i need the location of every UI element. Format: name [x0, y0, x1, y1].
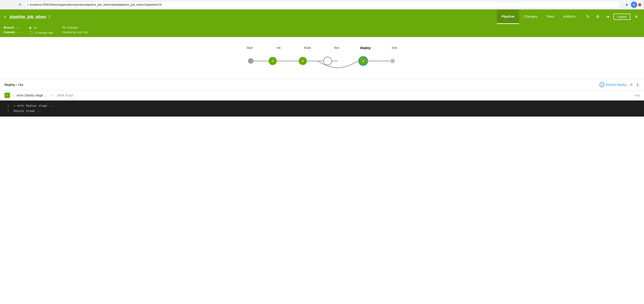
- node-test[interactable]: [324, 57, 332, 65]
- node-start[interactable]: [248, 58, 254, 64]
- step-name[interactable]: echo Deploy stage ...: [17, 94, 46, 97]
- stage-label-init: Init: [276, 46, 280, 49]
- stage-title-bar: Deploy - <1s ↻ Restart Deploy ➚ ⇩: [0, 79, 644, 90]
- duration-value: 3s: [34, 26, 37, 29]
- meta-bar: Branch: — Commit: — ▶ 3s ◯ 3 minutes ago…: [0, 24, 644, 37]
- build-number: 1: [48, 15, 50, 19]
- stage-label-start: Start: [246, 46, 252, 49]
- tab-changes[interactable]: Changes: [519, 9, 542, 24]
- forward-button[interactable]: →: [10, 2, 16, 7]
- stage-label-end: End: [392, 46, 397, 49]
- step-type: Shell Script: [57, 94, 73, 97]
- stage-label-build: Build: [304, 46, 311, 49]
- step-success-badge: ✓: [4, 93, 10, 98]
- external-link-icon-button[interactable]: ➔: [604, 13, 612, 21]
- commit-value: —: [18, 30, 20, 34]
- tab-tests[interactable]: Tests: [542, 9, 559, 24]
- step-chevron-icon[interactable]: ⌄: [12, 94, 14, 97]
- address-bar: ℹ localhost:32002/blue/organizations/jen…: [24, 1, 620, 8]
- header-left: ✓ pipeline_job_when 1: [4, 14, 497, 19]
- refresh-icon-button[interactable]: ↻: [584, 13, 592, 21]
- started-by-text: Started by user root: [62, 30, 88, 34]
- svg-text:✓: ✓: [362, 59, 365, 63]
- line-content-2: Deploy stage ...: [14, 108, 42, 114]
- download-button[interactable]: ⇩: [636, 82, 640, 87]
- node-end: [390, 59, 395, 63]
- close-button[interactable]: [638, 3, 641, 6]
- clock-icon: ◯: [30, 31, 33, 34]
- commit-label: Commit:: [4, 30, 16, 34]
- header-nav: Pipeline Changes Tests Artifacts: [497, 9, 580, 24]
- open-external-button[interactable]: ➚: [630, 82, 633, 87]
- header-actions: ↻ ⚙ ➔ Logout ✕: [584, 13, 640, 21]
- browser-chrome: ← → ↻ ℹ localhost:32002/blue/organizatio…: [0, 0, 644, 9]
- tab-artifacts[interactable]: Artifacts: [559, 9, 580, 24]
- line-content-1: + echo Deploy stage ...: [14, 103, 54, 108]
- time-ago-value: 3 minutes ago: [35, 31, 54, 34]
- browser-actions: ★ U: [624, 1, 641, 8]
- stage-title: Deploy - <1s: [4, 83, 23, 87]
- line-number-2: 2: [4, 108, 9, 114]
- url-text: localhost:32002/blue/organizations/jenki…: [30, 3, 617, 6]
- stage-label-deploy: Deploy: [360, 46, 371, 50]
- stage-label-test: Test: [334, 46, 339, 49]
- back-button[interactable]: ←: [3, 2, 8, 7]
- branch-value: —: [16, 26, 20, 29]
- user-avatar: U: [631, 1, 637, 8]
- console-line-1: 1 + echo Deploy stage ...: [4, 103, 640, 108]
- step-separator: —: [50, 94, 54, 97]
- svg-text:✓: ✓: [302, 59, 304, 63]
- pipeline-canvas: Start Init Build Test Deploy End: [0, 37, 644, 79]
- branch-row: Branch: —: [4, 26, 20, 29]
- no-changes-text: No changes: [62, 26, 88, 29]
- pipeline-svg: ✓ ✓ ✓: [243, 52, 401, 70]
- step-duration: <1s: [635, 94, 640, 97]
- line-number-1: 1: [4, 103, 9, 108]
- branch-label: Branch:: [4, 26, 15, 29]
- bookmark-button[interactable]: ★: [624, 1, 630, 8]
- svg-text:✓: ✓: [271, 59, 274, 63]
- step-item: ✓ ⌄ echo Deploy stage ... — Shell Script…: [0, 90, 644, 101]
- console-output: 1 + echo Deploy stage ... 2 Deploy stage…: [0, 101, 644, 117]
- meta-right-col: No changes Started by user root: [62, 26, 88, 34]
- success-check-icon: ✓: [4, 14, 8, 19]
- meta-left-col: Branch: — Commit: —: [4, 26, 20, 34]
- close-icon-button[interactable]: ✕: [632, 13, 640, 21]
- commit-row: Commit: —: [4, 30, 20, 34]
- settings-icon-button[interactable]: ⚙: [594, 13, 602, 21]
- app-header: ✓ pipeline_job_when 1 Pipeline Changes T…: [0, 9, 644, 24]
- duration-row: ▶ 3s: [30, 26, 54, 29]
- console-line-2: 2 Deploy stage ...: [4, 108, 640, 114]
- job-title[interactable]: pipeline_job_when: [10, 14, 46, 19]
- tab-pipeline[interactable]: Pipeline: [497, 9, 519, 24]
- duration-icon: ▶: [30, 26, 32, 29]
- restart-deploy-button[interactable]: ↻ Restart Deploy: [600, 82, 627, 87]
- time-row: ◯ 3 minutes ago: [30, 31, 54, 34]
- meta-mid-col: ▶ 3s ◯ 3 minutes ago: [30, 26, 54, 34]
- restart-icon: ↻: [600, 82, 604, 87]
- stage-actions: ↻ Restart Deploy ➚ ⇩: [600, 82, 640, 87]
- address-icon: ℹ: [28, 3, 28, 6]
- reload-button[interactable]: ↻: [17, 2, 23, 7]
- logout-button[interactable]: Logout: [614, 13, 630, 20]
